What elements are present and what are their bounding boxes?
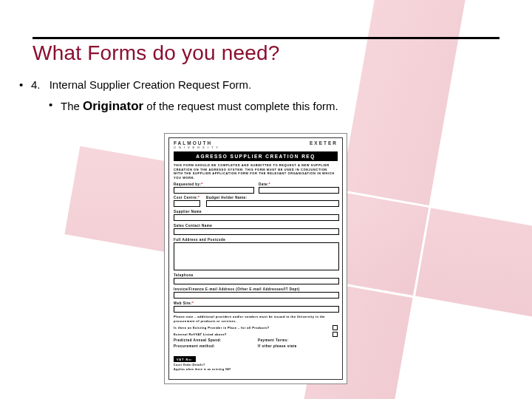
logo-exeter: EXETER [310, 140, 338, 149]
bullet2-pre: The [61, 100, 83, 112]
logo-falmouth: FALMOUTH UNIVERSITY [174, 140, 221, 149]
label-court: Court Order Details? [174, 364, 205, 366]
required-star: * [269, 183, 270, 186]
row-external-ref: External Ref/VAT Listed above? [169, 332, 342, 338]
label-full-address: Full Address and Postcode [174, 238, 338, 242]
label-external-ref: External Ref/VAT Listed above? [174, 332, 330, 336]
bullet2-strong: Originator [83, 99, 143, 113]
sect-website: Web Site:* [169, 301, 342, 315]
sect-sales-contact: Sales Contact Name [169, 223, 342, 237]
form-thumbnail: FALMOUTH UNIVERSITY EXETER AGRESSO SUPPL… [164, 133, 347, 384]
label-website-text: Web Site: [174, 301, 192, 305]
required-star: * [202, 183, 203, 186]
label-website: Web Site:* [174, 301, 338, 305]
sect-email: Invoice/Finance E-mail Address (Other E-… [169, 287, 342, 301]
form-title-bar: AGRESSO SUPPLIER CREATION REQ [174, 151, 338, 161]
label-date: Date:* [259, 183, 338, 186]
label-agreement: Is there an Existing Provider in Place –… [174, 326, 330, 330]
logo-falmouth-sub: UNIVERSITY [174, 146, 221, 149]
checkbox-agreement [332, 325, 338, 330]
bullet-list: 4. Internal Supplier Creation Request Fo… [15, 77, 338, 115]
label-telephone: Telephone [174, 273, 338, 277]
checkbox-external-ref [332, 332, 338, 337]
bullet-level-1: 4. Internal Supplier Creation Request Fo… [15, 77, 338, 94]
sect-supplier-name: Supplier Name [169, 209, 342, 223]
form-logos: FALMOUTH UNIVERSITY EXETER [169, 138, 342, 149]
label-predicted: Predicted Annual Spend: [174, 338, 253, 342]
field-website [174, 306, 339, 313]
label-procurement: Procurement method: [174, 344, 253, 348]
row-costcentre-budget: Cost Centre:* Budget Holder Name: [169, 196, 342, 209]
label-applies: Applies when there is an existing VAT [169, 368, 342, 372]
required-star: * [198, 196, 200, 200]
label-if-other: If other please state [258, 344, 338, 348]
field-email [174, 292, 339, 299]
field-date [259, 187, 339, 194]
sect-telephone: Telephone [169, 273, 342, 287]
label-email: Invoice/Finance E-mail Address (Other E-… [174, 287, 338, 291]
row-predicted-payment: Predicted Annual Spend: Payment Terms: [169, 338, 342, 344]
slide: What Forms do you need? 4. Internal Supp… [0, 0, 532, 399]
row-procurement: Procurement method: If other please stat… [169, 344, 342, 350]
required-star: * [192, 301, 194, 305]
bullet1-text: Internal Supplier Creation Request Form. [50, 78, 251, 91]
label-budget-holder: Budget Holder Name: [206, 196, 338, 200]
bullet-level-2: The Originator of the request must compl… [15, 97, 338, 116]
field-supplier-name [174, 214, 339, 221]
label-vat: VAT No: [174, 356, 196, 362]
form-intro: THIS FORM SHOULD BE COMPLETED AND SUBMIT… [169, 161, 342, 183]
form-inner: FALMOUTH UNIVERSITY EXETER AGRESSO SUPPL… [168, 137, 343, 380]
row-agreement: Is there an Existing Provider in Place –… [169, 325, 342, 332]
label-date-text: Date: [259, 183, 269, 186]
label-payment-terms: Payment Terms: [258, 338, 338, 342]
field-full-address [174, 242, 339, 270]
field-cost-centre [174, 200, 200, 207]
title-rule [33, 37, 499, 39]
label-requested-by-text: Requested by: [174, 183, 202, 186]
sect-address: Full Address and Postcode [169, 237, 342, 273]
label-cost-centre: Cost Centre:* [174, 196, 200, 200]
bullet2-post: of the request must complete this form. [143, 100, 338, 112]
justify-text: Please note – additional providers and/o… [169, 315, 342, 324]
label-requested-by: Requested by:* [174, 183, 253, 186]
label-supplier-name: Supplier Name [174, 210, 338, 214]
label-cost-centre-text: Cost Centre: [174, 196, 198, 200]
field-budget-holder [206, 200, 339, 207]
bullet-number: 4. [31, 78, 41, 91]
field-sales-contact [174, 228, 339, 235]
field-telephone [174, 278, 339, 284]
label-sales-contact: Sales Contact Name [174, 224, 338, 228]
field-requested-by [174, 187, 254, 194]
slide-title: What Forms do you need? [33, 41, 280, 65]
row-requested-date: Requested by:* Date:* [169, 183, 342, 196]
logo-falmouth-text: FALMOUTH [174, 140, 212, 146]
